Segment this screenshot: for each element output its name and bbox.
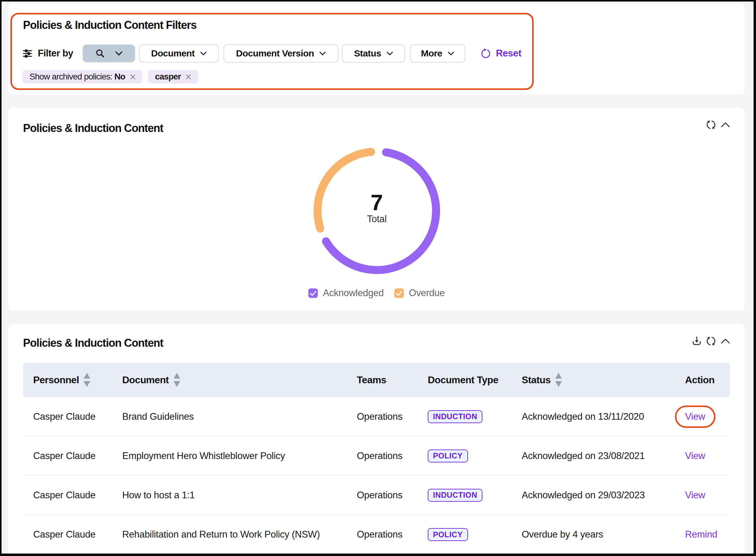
filter-chip-value: casper bbox=[155, 72, 181, 82]
row-action-link[interactable]: View bbox=[685, 450, 705, 461]
close-icon[interactable] bbox=[129, 73, 136, 80]
filter-dropdown-label: Status bbox=[354, 48, 381, 59]
filters-card: Policies & Induction Content Filters bbox=[8, 3, 745, 95]
document-type-badge: INDUCTION bbox=[428, 489, 483, 502]
filter-dropdown-button[interactable]: Status bbox=[342, 44, 405, 63]
filter-chip[interactable]: Show archived policies: No bbox=[23, 70, 142, 83]
filter-dropdown-label: Document bbox=[151, 48, 195, 59]
table-header-cell[interactable]: Personnel bbox=[33, 373, 122, 387]
reset-icon bbox=[481, 48, 491, 59]
row-action-link[interactable]: View bbox=[685, 490, 705, 501]
legend-item[interactable]: Overdue bbox=[394, 287, 445, 299]
page: Policies & Induction Content Filters bbox=[2, 2, 754, 554]
filter-dropdown-button[interactable]: Document Version bbox=[224, 44, 338, 63]
search-icon bbox=[96, 49, 105, 58]
table-header-label: Document bbox=[122, 374, 169, 386]
cell-status: Acknowledged on 23/08/2021 bbox=[522, 450, 685, 461]
table-row: Casper Claude Employment Hero Whistleblo… bbox=[23, 436, 730, 476]
cell-teams: Operations bbox=[357, 411, 428, 422]
cell-document-type: POLICY bbox=[428, 450, 522, 462]
filter-sliders-icon bbox=[23, 49, 32, 58]
cell-action: View bbox=[685, 490, 730, 501]
row-action-link[interactable]: View bbox=[685, 411, 705, 422]
chevron-down-icon bbox=[115, 51, 123, 56]
cell-status: Acknowledged on 13/11/2020 bbox=[522, 411, 685, 422]
row-action-label: Remind bbox=[685, 529, 717, 540]
filter-chip-label: Show archived policies: bbox=[30, 72, 114, 82]
table-card-title: Policies & Induction Content bbox=[23, 337, 163, 349]
table-card: Policies & Induction Content Personnel bbox=[8, 324, 745, 554]
download-icon[interactable] bbox=[692, 336, 701, 346]
search-filter-button[interactable] bbox=[82, 44, 135, 63]
filter-by-label: Filter by bbox=[38, 48, 73, 59]
cell-document: Employment Hero Whistleblower Policy bbox=[122, 450, 357, 461]
donut-segment-overdue bbox=[318, 152, 371, 229]
cell-document-type: INDUCTION bbox=[428, 489, 522, 502]
legend-label: Acknowledged bbox=[323, 287, 384, 299]
cell-action: Remind bbox=[685, 529, 730, 540]
row-action-label: View bbox=[685, 490, 705, 500]
cell-action: View bbox=[685, 411, 730, 422]
document-type-badge: POLICY bbox=[428, 528, 468, 541]
close-icon[interactable] bbox=[185, 73, 192, 80]
table-row: Casper Claude Brand Guidelines Operation… bbox=[23, 397, 730, 436]
legend-checkbox-icon bbox=[394, 288, 404, 298]
collapse-chevron-up-icon[interactable] bbox=[721, 338, 730, 344]
table-header-cell[interactable]: Document bbox=[122, 373, 357, 387]
filter-dropdown-button[interactable]: More bbox=[410, 44, 465, 63]
cell-document: Brand Guidelines bbox=[122, 411, 357, 422]
table-header-cell[interactable]: Teams bbox=[357, 374, 428, 386]
active-filter-chips: Show archived policies: No casper bbox=[23, 70, 198, 83]
chevron-down-icon bbox=[448, 51, 454, 56]
table-header-cell[interactable]: Document Type bbox=[428, 374, 522, 386]
cell-document: How to host a 1:1 bbox=[122, 490, 357, 501]
sort-icon[interactable] bbox=[173, 373, 180, 387]
cell-status: Overdue by 4 years bbox=[522, 529, 685, 540]
filter-dropdown-label: More bbox=[421, 48, 442, 59]
collapse-chevron-up-icon[interactable] bbox=[721, 122, 730, 128]
filters-card-title: Policies & Induction Content Filters bbox=[23, 19, 197, 32]
document-type-badge: INDUCTION bbox=[428, 410, 483, 423]
chart-legend: Acknowledged Overdue bbox=[8, 287, 745, 299]
legend-checkbox-icon bbox=[308, 288, 318, 298]
chevron-down-icon bbox=[200, 51, 207, 56]
table-row: Casper Claude Rehabilitation and Return … bbox=[23, 515, 730, 554]
row-action-label: View bbox=[685, 450, 705, 461]
filter-dropdown-label: Document Version bbox=[236, 48, 314, 59]
table-header-label: Status bbox=[522, 374, 551, 386]
cell-personnel: Casper Claude bbox=[33, 490, 122, 501]
cell-teams: Operations bbox=[357, 450, 428, 461]
filter-chip-value: No bbox=[114, 72, 125, 82]
donut-segment-acknowledged bbox=[326, 152, 436, 270]
cell-action: View bbox=[685, 450, 730, 461]
refresh-icon[interactable] bbox=[706, 120, 716, 130]
table-body: Casper Claude Brand Guidelines Operation… bbox=[23, 397, 730, 554]
cell-personnel: Casper Claude bbox=[33, 450, 122, 461]
cell-status: Acknowledged on 29/03/2023 bbox=[522, 490, 685, 501]
filter-by: Filter by bbox=[23, 44, 73, 63]
cell-teams: Operations bbox=[357, 529, 428, 540]
table-header-row: Personnel Document Teams Document Type S… bbox=[23, 363, 730, 397]
table-row: Casper Claude How to host a 1:1 Operatio… bbox=[23, 476, 730, 515]
cell-personnel: Casper Claude bbox=[33, 411, 122, 422]
table-header-label: Teams bbox=[357, 374, 386, 386]
legend-item[interactable]: Acknowledged bbox=[308, 287, 384, 299]
filter-dropdown-button[interactable]: Document bbox=[139, 44, 219, 63]
table-header-label: Document Type bbox=[428, 374, 498, 386]
sort-icon[interactable] bbox=[555, 373, 562, 387]
chevron-down-icon bbox=[319, 51, 326, 56]
reset-filters-button[interactable]: Reset bbox=[481, 44, 521, 63]
row-action-label: View bbox=[685, 411, 705, 422]
legend-label: Overdue bbox=[409, 287, 445, 299]
chart-card-actions bbox=[706, 119, 730, 130]
cell-personnel: Casper Claude bbox=[33, 529, 122, 540]
table-card-actions bbox=[692, 336, 730, 346]
sort-icon[interactable] bbox=[83, 373, 91, 387]
refresh-icon[interactable] bbox=[706, 336, 716, 346]
row-action-link[interactable]: Remind bbox=[685, 529, 717, 540]
reset-label: Reset bbox=[496, 48, 521, 59]
filter-chip[interactable]: casper bbox=[148, 70, 198, 83]
table-header-cell[interactable]: Status bbox=[522, 373, 685, 387]
donut-chart bbox=[309, 143, 444, 278]
table-header-cell[interactable]: Action bbox=[685, 374, 730, 386]
